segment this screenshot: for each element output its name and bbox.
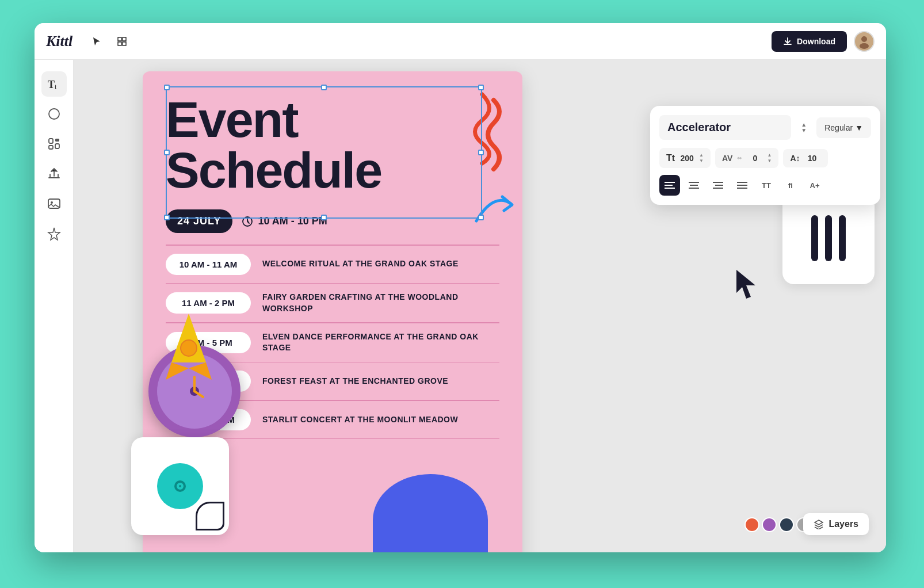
tracking-control: AV ⇔ 0 ▲ ▼ — [715, 148, 778, 168]
date-time-bar: 24 JULY 10 AM - 10 PM — [166, 209, 499, 233]
photo-corner — [196, 502, 224, 530]
font-name-display[interactable]: Accelerator — [659, 115, 791, 140]
editor-window: Kittl Download — [35, 23, 886, 552]
font-size-icon: Tt — [666, 153, 675, 163]
canvas-area[interactable]: Event Schedule 24 JULY 10 AM - 10 PM — [74, 60, 886, 552]
svg-point-23 — [179, 485, 181, 487]
cursor-arrow — [734, 267, 762, 304]
uppercase-button[interactable]: TT — [756, 175, 777, 196]
svg-point-5 — [860, 43, 869, 49]
red-squiggle-decoration — [402, 89, 505, 192]
event-name-1: WELCOME RITUAL AT THE GRAND OAK STAGE — [262, 258, 499, 270]
top-bar-right: Download — [772, 31, 875, 52]
rocket-body — [166, 311, 212, 368]
frame-tool-button[interactable] — [112, 31, 132, 52]
sidebar-icon-shapes[interactable] — [41, 101, 67, 127]
event-name-3: ELVEN DANCE PERFORMANCE AT THE GRAND OAK… — [262, 331, 499, 354]
alignment-row: TT fi A+ — [659, 175, 871, 196]
blue-arrow-decoration — [471, 186, 517, 235]
tracking-separator: ⇔ — [737, 155, 742, 161]
svg-point-18 — [181, 340, 197, 356]
tracking-value[interactable]: 0 — [746, 154, 763, 163]
more-options-button[interactable]: A+ — [804, 175, 825, 196]
align-left-button[interactable] — [659, 175, 680, 196]
swatch-purple[interactable] — [762, 517, 777, 532]
svg-rect-10 — [55, 139, 59, 142]
font-chevron[interactable]: ▲ ▼ — [796, 120, 812, 136]
svg-marker-36 — [736, 270, 755, 299]
clock-icon — [242, 216, 253, 227]
swatch-dark[interactable] — [779, 517, 794, 532]
layers-icon — [814, 519, 824, 529]
svg-rect-3 — [123, 42, 126, 45]
bar-2 — [825, 215, 832, 261]
align-justify-button[interactable] — [732, 175, 753, 196]
sidebar-icon-text[interactable]: T t — [41, 71, 67, 97]
leading-value[interactable]: 10 — [804, 154, 821, 163]
tracking-arrows[interactable]: ▲ ▼ — [767, 152, 772, 163]
divider-1 — [166, 245, 499, 246]
divider-2 — [166, 283, 499, 284]
typography-panel: Accelerator ▲ ▼ Regular ▼ Tt 200 ▲ ▼ — [650, 106, 880, 205]
color-swatches — [744, 517, 811, 532]
ligature-button[interactable]: fi — [780, 175, 801, 196]
align-center-button[interactable] — [684, 175, 704, 196]
camera-icon — [166, 472, 194, 501]
photo-frame-decoration — [131, 437, 229, 535]
event-name-4: FOREST FEAST AT THE ENCHANTED GROVE — [262, 376, 499, 387]
time-slot-1: 10 AM - 11 AM — [166, 254, 251, 275]
swatch-red[interactable] — [744, 517, 759, 532]
svg-rect-11 — [49, 146, 53, 149]
top-bar: Kittl Download — [35, 23, 886, 60]
handle-top-middle[interactable] — [321, 85, 327, 90]
font-size-arrows[interactable]: ▲ ▼ — [699, 152, 704, 163]
time-badge: 10 AM - 10 PM — [242, 215, 327, 227]
handle-top-left[interactable] — [164, 85, 170, 90]
svg-point-14 — [51, 201, 53, 204]
user-avatar[interactable] — [854, 31, 875, 52]
sidebar-icon-ai[interactable] — [41, 221, 67, 246]
event-name-5: STARLIT CONCERT AT THE MOONLIT MEADOW — [262, 414, 499, 426]
svg-rect-12 — [55, 144, 59, 148]
svg-text:t: t — [55, 82, 57, 91]
font-size-value[interactable]: 200 — [678, 154, 696, 163]
svg-point-8 — [49, 109, 59, 119]
download-button[interactable]: Download — [772, 31, 847, 52]
svg-rect-2 — [118, 42, 121, 45]
app-logo: Kittl — [46, 33, 72, 50]
bar-3 — [839, 215, 846, 261]
svg-point-4 — [861, 36, 867, 42]
leading-control: A↕ 10 — [783, 149, 827, 167]
svg-text:T: T — [48, 79, 55, 90]
blue-blob-decoration — [373, 474, 488, 552]
schedule-item-1: 10 AM - 11 AM WELCOME RITUAL AT THE GRAN… — [166, 254, 499, 275]
sidebar-icon-elements[interactable] — [41, 131, 67, 156]
svg-rect-1 — [123, 37, 126, 41]
select-tool-button[interactable] — [86, 31, 107, 52]
svg-marker-20 — [189, 362, 212, 380]
font-selector-row: Accelerator ▲ ▼ Regular ▼ — [659, 115, 871, 140]
photo-circle — [157, 463, 203, 509]
event-name-2: FAIRY GARDEN CRAFTING AT THE WOODLAND WO… — [262, 292, 499, 314]
layers-button[interactable]: Layers — [803, 513, 869, 535]
tracking-icon: AV — [722, 154, 732, 163]
bar-1 — [811, 215, 818, 261]
svg-marker-19 — [166, 362, 189, 380]
font-size-control: Tt 200 ▲ ▼ — [659, 148, 711, 168]
font-style-dropdown[interactable]: Regular ▼ — [816, 117, 871, 138]
sidebar-icon-photos[interactable] — [41, 191, 67, 216]
left-sidebar: T t — [35, 60, 74, 552]
leading-icon: A↕ — [790, 154, 800, 163]
align-right-button[interactable] — [708, 175, 728, 196]
svg-rect-0 — [118, 37, 121, 41]
sidebar-icon-upload[interactable] — [41, 161, 67, 186]
drag-handle-icon — [782, 192, 875, 284]
date-badge: 24 JULY — [166, 209, 232, 233]
typo-controls-row: Tt 200 ▲ ▼ AV ⇔ 0 ▲ ▼ — [659, 148, 871, 168]
svg-rect-9 — [49, 139, 53, 143]
